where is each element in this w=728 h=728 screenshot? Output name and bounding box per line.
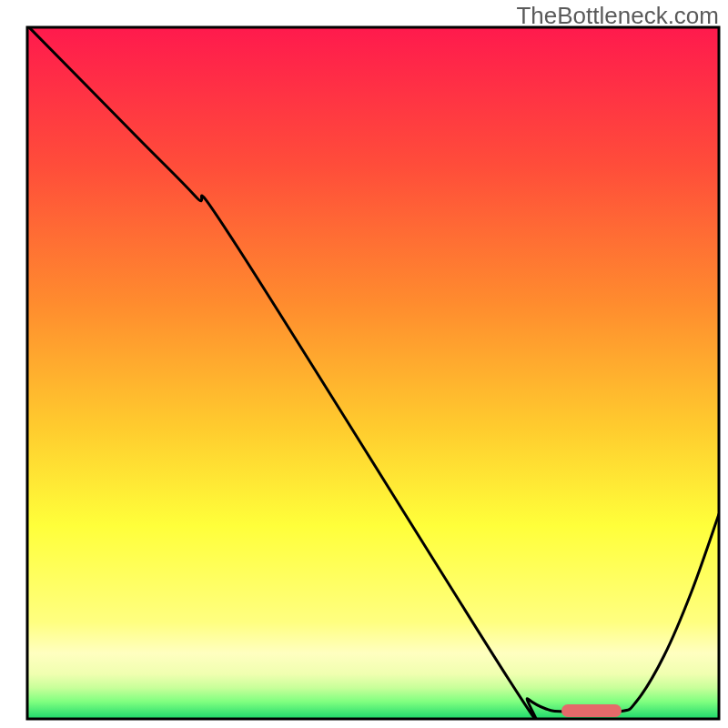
bottleneck-chart [0, 0, 728, 728]
optimal-marker [561, 704, 622, 717]
watermark-text: TheBottleneck.com [516, 2, 719, 30]
chart-container: TheBottleneck.com [0, 0, 728, 728]
